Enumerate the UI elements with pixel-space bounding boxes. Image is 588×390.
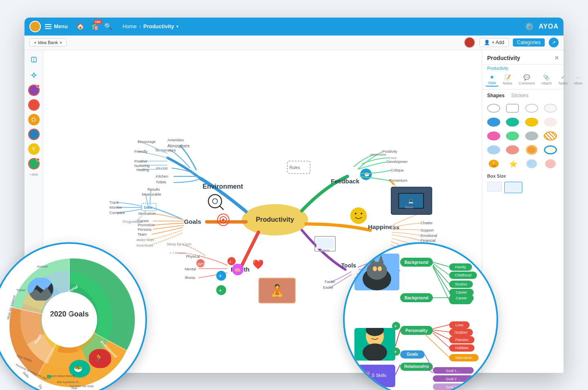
shape-cyan-oval[interactable] — [505, 116, 520, 128]
svg-point-160 — [366, 324, 384, 336]
svg-line-176 — [433, 263, 449, 275]
svg-text:+: + — [219, 272, 222, 279]
personality-circle-overlay: 🎉 S Skills Background Personality Goals … — [343, 242, 498, 390]
tab-comment[interactable]: 💬 Comment — [517, 74, 537, 86]
svg-text:Passion: Passion — [455, 338, 468, 342]
svg-text:S Skills: S Skills — [372, 373, 387, 378]
sidebar-icon-orange[interactable]: O — [28, 114, 40, 125]
svg-text:✏️: ✏️ — [389, 179, 396, 186]
panel-subtitle[interactable]: Productivity — [482, 65, 564, 71]
shape-yellow-oval[interactable] — [524, 116, 539, 128]
tab-tasks[interactable]: ✓ Tasks — [556, 74, 570, 86]
svg-text:Background: Background — [405, 296, 428, 300]
settings-icon[interactable]: ⚙️ — [525, 22, 534, 31]
svg-point-33 — [361, 213, 362, 214]
svg-text:Friendly: Friendly — [134, 149, 148, 154]
sidebar-grid-icon[interactable] — [28, 69, 40, 81]
add-icon: 👤 — [484, 40, 490, 45]
shapes-tab[interactable]: Shapes — [487, 93, 505, 98]
box-size-medium[interactable] — [504, 182, 522, 193]
svg-text:Physical: Physical — [186, 254, 200, 259]
box-size-small[interactable] — [487, 182, 502, 192]
shape-outline-oval-4[interactable] — [543, 103, 558, 114]
shape-empty-4[interactable] — [543, 116, 558, 128]
sidebar-icon-yellow[interactable]: Y — [28, 143, 40, 155]
current-page-breadcrumb[interactable]: Productivity — [143, 23, 174, 29]
svg-point-155 — [378, 266, 382, 271]
shape-green-oval[interactable] — [505, 130, 520, 142]
shape-sticker-3[interactable] — [524, 158, 539, 169]
svg-text:Easier: Easier — [323, 285, 334, 290]
shape-orange-patterned[interactable] — [543, 130, 558, 142]
tab-notes[interactable]: 📝 Notes — [500, 74, 515, 86]
svg-text:Positive: Positive — [134, 159, 147, 163]
secondary-bar-right: 👤 + Add Categories ↗ — [464, 37, 559, 48]
bag-icon[interactable]: 🛍️ 193 — [90, 22, 99, 31]
tasks-tab-icon: ✓ — [561, 74, 565, 80]
idea-bank-close[interactable]: × — [60, 40, 62, 45]
svg-text:🎉: 🎉 — [359, 370, 371, 381]
sidebar-avatar-2[interactable] — [28, 99, 40, 111]
shape-gray-oval[interactable] — [524, 130, 539, 142]
svg-text:Nurturing: Nurturing — [134, 163, 149, 167]
stickers-tab[interactable]: Stickers — [511, 93, 529, 98]
shape-blue-light[interactable] — [486, 144, 501, 156]
sidebar-overflow-label[interactable]: +3M8 — [29, 173, 38, 176]
shape-sticker-1[interactable] — [524, 144, 539, 156]
search-icon[interactable]: 🔍 — [104, 22, 113, 31]
share-icon[interactable]: ↗ — [549, 38, 559, 47]
user-avatar-top[interactable] — [29, 21, 41, 32]
sidebar-avatar-3[interactable] — [28, 129, 40, 140]
style-tab-icon: ★ — [490, 74, 494, 80]
svg-text:Developmen: Developmen — [387, 160, 408, 164]
panel-close-button[interactable]: × — [555, 54, 559, 62]
home-icon[interactable]: 🏠 — [76, 22, 85, 31]
svg-text:Temperature: Temperature — [155, 148, 176, 152]
notification-badge: 193 — [94, 20, 102, 24]
svg-text:Childhood: Childhood — [455, 273, 472, 277]
add-label: + Add — [492, 40, 504, 45]
notes-tab-label: Notes — [503, 81, 512, 85]
svg-text:Rules: Rules — [290, 165, 300, 169]
svg-text:onstructive: onstructive — [370, 153, 386, 156]
dropdown-arrow[interactable]: ▾ — [176, 24, 178, 29]
svg-text:Support: Support — [421, 228, 434, 232]
shape-outline-oval-2[interactable] — [505, 103, 520, 114]
idea-bank-button[interactable]: + Idea Bank × — [29, 38, 67, 47]
svg-text:Results: Results — [147, 187, 160, 192]
svg-text:+: + — [229, 259, 232, 264]
sidebar-avatar-4[interactable] — [28, 158, 40, 169]
shape-outline-oval-3[interactable] — [524, 103, 539, 114]
shape-blue-oval[interactable] — [486, 116, 501, 128]
shape-selected[interactable] — [543, 144, 558, 156]
svg-text:Healing: Healing — [136, 167, 149, 172]
shape-star[interactable]: ⭐ — [505, 158, 520, 169]
tab-more[interactable]: ··· More — [572, 74, 585, 86]
attach-tab-icon: 📎 — [543, 74, 550, 80]
add-button[interactable]: 👤 + Add — [479, 38, 509, 47]
shape-red-light[interactable] — [505, 144, 520, 156]
svg-text:Career: Career — [456, 290, 467, 294]
shape-outline-oval-1[interactable] — [486, 103, 501, 114]
svg-point-101 — [216, 270, 226, 280]
svg-text:🏃: 🏃 — [94, 353, 104, 363]
svg-text:> 7.5 hours: > 7.5 hours — [169, 251, 186, 255]
menu-button[interactable]: Menu — [45, 23, 68, 29]
categories-button[interactable]: Categories — [513, 38, 545, 47]
home-breadcrumb[interactable]: Home — [122, 23, 137, 29]
shape-pink-oval[interactable] — [486, 130, 501, 142]
shape-trophy[interactable]: 🏆 — [486, 158, 501, 169]
shape-sticker-4[interactable] — [543, 158, 558, 169]
svg-text:Monitor: Monitor — [109, 205, 122, 209]
svg-text:🧠: 🧠 — [234, 267, 241, 273]
sidebar-avatar-1[interactable] — [28, 85, 40, 96]
tab-attach[interactable]: 📎 Attach — [539, 74, 555, 86]
svg-rect-95 — [258, 278, 296, 303]
svg-line-221 — [395, 330, 400, 346]
svg-text:Career: Career — [138, 219, 149, 223]
tab-style[interactable]: ★ Style — [486, 73, 499, 87]
sidebar-home-icon[interactable] — [28, 53, 40, 66]
svg-text:Family: Family — [455, 265, 466, 269]
svg-text:Compare: Compare — [109, 211, 125, 215]
svg-text:Love: Love — [455, 323, 463, 327]
